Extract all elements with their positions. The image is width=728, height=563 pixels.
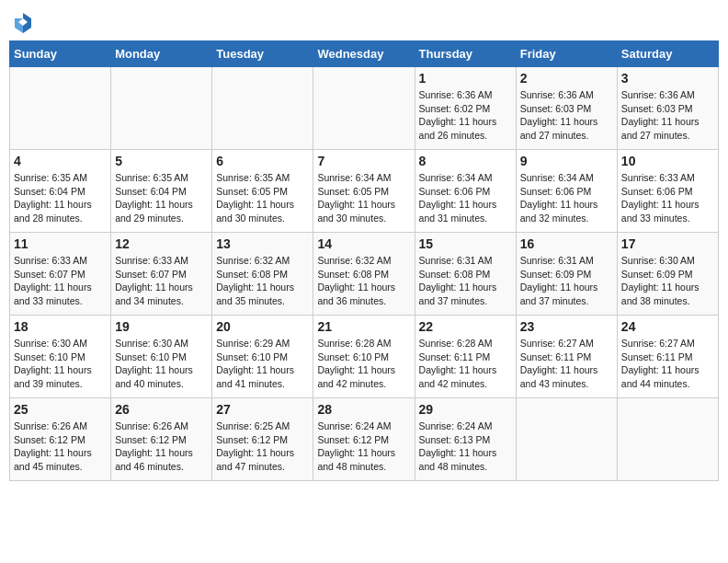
calendar-cell [212,67,313,150]
day-number: 24 [621,319,714,334]
calendar-cell: 29Sunrise: 6:24 AMSunset: 6:13 PMDayligh… [415,398,516,481]
day-number: 18 [14,319,107,334]
day-of-week-header: Sunday [10,41,111,67]
calendar-cell: 9Sunrise: 6:34 AMSunset: 6:06 PMDaylight… [516,150,617,233]
day-number: 8 [419,154,512,168]
calendar-cell: 26Sunrise: 6:26 AMSunset: 6:12 PMDayligh… [111,398,212,481]
day-number: 26 [115,402,208,417]
calendar-cell: 24Sunrise: 6:27 AMSunset: 6:11 PMDayligh… [617,316,718,398]
day-number: 13 [216,236,309,251]
calendar-cell: 17Sunrise: 6:30 AMSunset: 6:09 PMDayligh… [617,233,718,316]
calendar-cell: 5Sunrise: 6:35 AMSunset: 6:04 PMDaylight… [111,150,212,233]
calendar-cell: 23Sunrise: 6:27 AMSunset: 6:11 PMDayligh… [516,316,617,398]
day-info: Sunrise: 6:30 AMSunset: 6:10 PMDaylight:… [14,337,107,391]
day-of-week-header: Friday [516,41,617,67]
day-number: 28 [317,402,410,417]
calendar-cell [313,67,415,150]
day-info: Sunrise: 6:27 AMSunset: 6:11 PMDaylight:… [520,337,613,391]
day-number: 6 [216,154,309,168]
calendar-cell: 12Sunrise: 6:33 AMSunset: 6:07 PMDayligh… [111,233,212,316]
calendar-cell [10,67,111,150]
day-info: Sunrise: 6:25 AMSunset: 6:12 PMDaylight:… [216,419,309,474]
calendar-week-row: 25Sunrise: 6:26 AMSunset: 6:12 PMDayligh… [10,398,719,481]
day-info: Sunrise: 6:34 AMSunset: 6:05 PMDaylight:… [317,171,410,225]
day-info: Sunrise: 6:31 AMSunset: 6:08 PMDaylight:… [419,254,512,308]
calendar-week-row: 18Sunrise: 6:30 AMSunset: 6:10 PMDayligh… [10,316,719,398]
calendar-header: SundayMondayTuesdayWednesdayThursdayFrid… [10,41,719,67]
day-info: Sunrise: 6:26 AMSunset: 6:12 PMDaylight:… [115,419,208,474]
day-number: 25 [14,402,107,417]
calendar-cell: 11Sunrise: 6:33 AMSunset: 6:07 PMDayligh… [10,233,111,316]
calendar-cell: 16Sunrise: 6:31 AMSunset: 6:09 PMDayligh… [516,233,617,316]
day-of-week-header: Wednesday [313,41,415,67]
calendar-cell: 1Sunrise: 6:36 AMSunset: 6:02 PMDaylight… [415,67,516,150]
day-info: Sunrise: 6:32 AMSunset: 6:08 PMDaylight:… [216,254,309,308]
day-of-week-header: Thursday [415,41,516,67]
day-number: 21 [317,319,410,334]
day-info: Sunrise: 6:28 AMSunset: 6:10 PMDaylight:… [317,337,410,391]
day-info: Sunrise: 6:36 AMSunset: 6:03 PMDaylight:… [520,88,613,143]
calendar-cell [516,398,617,481]
day-info: Sunrise: 6:35 AMSunset: 6:05 PMDaylight:… [216,171,309,225]
calendar-cell: 14Sunrise: 6:32 AMSunset: 6:08 PMDayligh… [313,233,415,316]
day-number: 2 [520,71,613,86]
calendar-cell: 25Sunrise: 6:26 AMSunset: 6:12 PMDayligh… [10,398,111,481]
day-number: 12 [115,236,208,251]
calendar-week-row: 4Sunrise: 6:35 AMSunset: 6:04 PMDaylight… [10,150,719,233]
logo-icon [15,13,31,33]
day-info: Sunrise: 6:29 AMSunset: 6:10 PMDaylight:… [216,337,309,391]
calendar-table: SundayMondayTuesdayWednesdayThursdayFrid… [9,40,719,481]
day-number: 1 [419,71,512,86]
calendar-week-row: 11Sunrise: 6:33 AMSunset: 6:07 PMDayligh… [10,233,719,316]
day-info: Sunrise: 6:30 AMSunset: 6:10 PMDaylight:… [115,337,208,391]
day-info: Sunrise: 6:33 AMSunset: 6:07 PMDaylight:… [14,254,107,308]
day-info: Sunrise: 6:24 AMSunset: 6:12 PMDaylight:… [317,419,410,474]
day-number: 14 [317,236,410,251]
day-number: 15 [419,236,512,251]
logo [13,13,31,33]
day-number: 23 [520,319,613,334]
day-info: Sunrise: 6:28 AMSunset: 6:11 PMDaylight:… [419,337,512,391]
calendar-cell: 18Sunrise: 6:30 AMSunset: 6:10 PMDayligh… [10,316,111,398]
day-number: 29 [419,402,512,417]
day-number: 9 [520,154,613,168]
day-number: 10 [621,154,714,168]
day-info: Sunrise: 6:33 AMSunset: 6:07 PMDaylight:… [115,254,208,308]
day-info: Sunrise: 6:32 AMSunset: 6:08 PMDaylight:… [317,254,410,308]
calendar-cell: 15Sunrise: 6:31 AMSunset: 6:08 PMDayligh… [415,233,516,316]
calendar-cell: 27Sunrise: 6:25 AMSunset: 6:12 PMDayligh… [212,398,313,481]
calendar-cell [617,398,718,481]
calendar-cell [111,67,212,150]
day-number: 27 [216,402,309,417]
calendar-cell: 10Sunrise: 6:33 AMSunset: 6:06 PMDayligh… [617,150,718,233]
day-number: 16 [520,236,613,251]
header-row: SundayMondayTuesdayWednesdayThursdayFrid… [10,41,719,67]
day-info: Sunrise: 6:35 AMSunset: 6:04 PMDaylight:… [115,171,208,225]
day-number: 4 [14,154,107,168]
calendar-cell: 13Sunrise: 6:32 AMSunset: 6:08 PMDayligh… [212,233,313,316]
day-of-week-header: Monday [111,41,212,67]
day-info: Sunrise: 6:34 AMSunset: 6:06 PMDaylight:… [520,171,613,225]
calendar-cell: 21Sunrise: 6:28 AMSunset: 6:10 PMDayligh… [313,316,415,398]
day-info: Sunrise: 6:30 AMSunset: 6:09 PMDaylight:… [621,254,714,308]
day-number: 22 [419,319,512,334]
day-info: Sunrise: 6:31 AMSunset: 6:09 PMDaylight:… [520,254,613,308]
day-number: 3 [621,71,714,86]
day-info: Sunrise: 6:33 AMSunset: 6:06 PMDaylight:… [621,171,714,225]
day-number: 11 [14,236,107,251]
calendar-body: 1Sunrise: 6:36 AMSunset: 6:02 PMDaylight… [10,67,719,481]
page-header [9,9,719,33]
calendar-cell: 20Sunrise: 6:29 AMSunset: 6:10 PMDayligh… [212,316,313,398]
day-info: Sunrise: 6:26 AMSunset: 6:12 PMDaylight:… [14,419,107,474]
calendar-cell: 4Sunrise: 6:35 AMSunset: 6:04 PMDaylight… [10,150,111,233]
calendar-cell: 2Sunrise: 6:36 AMSunset: 6:03 PMDaylight… [516,67,617,150]
day-of-week-header: Tuesday [212,41,313,67]
calendar-cell: 28Sunrise: 6:24 AMSunset: 6:12 PMDayligh… [313,398,415,481]
calendar-week-row: 1Sunrise: 6:36 AMSunset: 6:02 PMDaylight… [10,67,719,150]
day-info: Sunrise: 6:36 AMSunset: 6:02 PMDaylight:… [419,88,512,143]
calendar-cell: 22Sunrise: 6:28 AMSunset: 6:11 PMDayligh… [415,316,516,398]
calendar-cell: 19Sunrise: 6:30 AMSunset: 6:10 PMDayligh… [111,316,212,398]
day-info: Sunrise: 6:34 AMSunset: 6:06 PMDaylight:… [419,171,512,225]
day-number: 19 [115,319,208,334]
day-number: 7 [317,154,410,168]
